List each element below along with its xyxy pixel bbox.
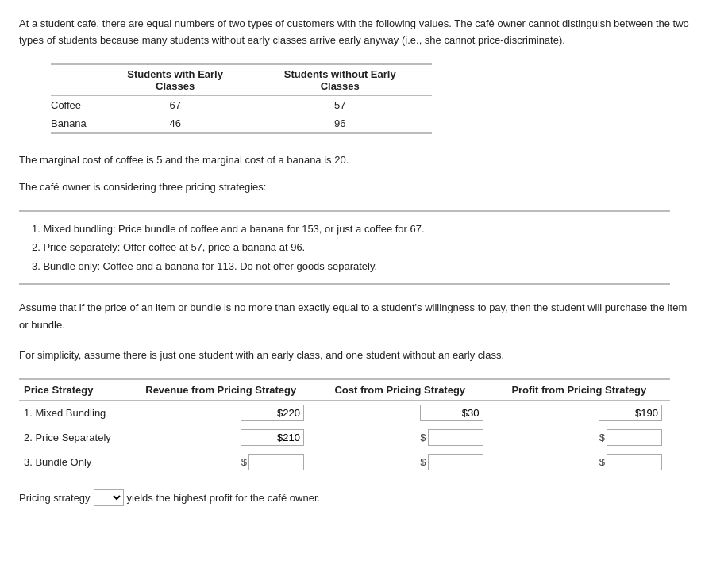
label-bundle-only: 3. Bundle Only (19, 450, 133, 475)
cost-input-wrapper-1 (317, 405, 483, 421)
label-mixed-bundling: 1. Mixed Bundling (19, 401, 133, 426)
cost-input-wrapper-3: $ (317, 454, 483, 470)
simplicity-text: For simplicity, assume there is just one… (19, 347, 702, 364)
profit-dollar-prefix-2: $ (599, 432, 605, 443)
strategy-1: 1. Mixed bundling: Price bundle of coffe… (32, 220, 657, 238)
revenue-input-wrapper-2 (138, 429, 305, 446)
cost-bundle-only: $ (312, 450, 491, 475)
strategies-box: 1. Mixed bundling: Price bundle of coffe… (19, 210, 670, 285)
th-profit: Profit from Pricing Strategy (491, 379, 671, 401)
cost-input-wrapper-2: $ (317, 429, 483, 446)
revenue-input-price-separately[interactable] (241, 429, 304, 446)
footer-prefix: Pricing strategy (19, 492, 91, 504)
revenue-input-wrapper-3: $ (138, 454, 305, 470)
item-banana: Banana (51, 114, 102, 133)
coffee-early-val: 67 (102, 95, 260, 114)
footer-suffix: yields the highest profit for the café o… (127, 492, 321, 504)
cost-input-mixed-bundling[interactable] (420, 405, 483, 421)
pricing-row-bundle-only: 3. Bundle Only $ $ $ (19, 450, 670, 475)
revenue-dollar-prefix-3: $ (241, 456, 247, 468)
cost-dollar-prefix-3: $ (420, 456, 426, 468)
footer-row: Pricing strategy 1 2 3 yields the highes… (19, 489, 709, 506)
pricing-strategy-dropdown[interactable]: 1 2 3 (94, 489, 124, 506)
cost-input-price-separately[interactable] (428, 429, 483, 446)
profit-input-wrapper-1 (496, 405, 663, 421)
revenue-input-mixed-bundling[interactable] (241, 405, 304, 421)
intro-line1: At a student café, there are equal numbe… (19, 17, 689, 29)
profit-bundle-only: $ (491, 450, 671, 475)
pricing-strategy-table: Price Strategy Revenue from Pricing Stra… (19, 378, 670, 475)
strategy-3: 3. Bundle only: Coffee and a banana for … (32, 257, 657, 275)
cost-dollar-prefix-2: $ (420, 432, 426, 443)
profit-price-separately: $ (491, 425, 671, 450)
profit-input-price-separately[interactable] (607, 429, 662, 446)
profit-mixed-bundling (491, 401, 671, 426)
col-no-early-header: Students without Early Classes (259, 64, 432, 96)
col-early-header: Students with Early Classes (102, 64, 260, 96)
values-table: Students with Early Classes Students wit… (51, 63, 432, 134)
revenue-mixed-bundling (133, 401, 313, 426)
revenue-input-bundle-only[interactable] (248, 454, 304, 470)
marginal-cost-text: The marginal cost of coffee is 5 and the… (19, 152, 702, 169)
pricing-row-mixed-bundling: 1. Mixed Bundling (19, 401, 670, 426)
assumption-text: Assume that if the price of an item or b… (19, 299, 702, 334)
cost-mixed-bundling (312, 401, 491, 426)
profit-input-bundle-only[interactable] (607, 454, 662, 470)
revenue-price-separately (133, 425, 313, 450)
col-item-header (51, 64, 102, 96)
table-row: Coffee 67 57 (51, 95, 432, 114)
label-price-separately: 2. Price Separately (19, 425, 133, 450)
revenue-input-wrapper-1 (138, 405, 305, 421)
considering-text: The café owner is considering three pric… (19, 178, 702, 196)
pricing-row-price-separately: 2. Price Separately $ $ (19, 425, 670, 450)
revenue-bundle-only: $ (133, 450, 313, 475)
intro-paragraph: At a student café, there are equal numbe… (19, 16, 702, 49)
th-revenue: Revenue from Pricing Strategy (133, 379, 313, 401)
th-strategy: Price Strategy (19, 379, 133, 401)
values-table-wrapper: Students with Early Classes Students wit… (19, 63, 709, 134)
cost-price-separately: $ (312, 425, 491, 450)
table-row: Banana 46 96 (51, 114, 432, 133)
intro-line2: types of students because many students … (19, 34, 565, 46)
coffee-no-early-val: 57 (259, 95, 432, 114)
banana-no-early-val: 96 (259, 114, 432, 133)
profit-input-mixed-bundling[interactable] (599, 405, 662, 421)
pricing-table-wrapper: Price Strategy Revenue from Pricing Stra… (19, 378, 709, 475)
profit-dollar-prefix-3: $ (599, 456, 605, 468)
item-coffee: Coffee (51, 95, 102, 114)
cost-input-bundle-only[interactable] (428, 454, 483, 470)
banana-early-val: 46 (102, 114, 260, 133)
profit-input-wrapper-2: $ (496, 429, 663, 446)
strategy-2: 2. Price separately: Offer coffee at 57,… (32, 238, 657, 256)
th-cost: Cost from Pricing Strategy (312, 379, 491, 401)
profit-input-wrapper-3: $ (496, 454, 663, 470)
